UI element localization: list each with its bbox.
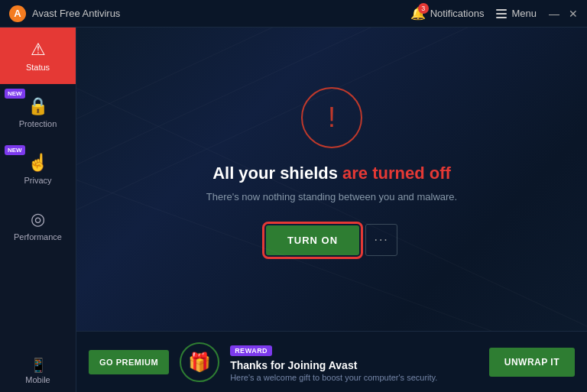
status-icon: ⚠ (31, 40, 46, 60)
sidebar-item-label: Performance (14, 232, 62, 241)
sidebar: ⚠ Status NEW 🔒 Protection NEW ☝ Privacy … (0, 28, 76, 392)
reward-badge: REWARD (230, 345, 272, 356)
titlebar-left: A Avast Free Antivirus (9, 5, 120, 22)
sidebar-item-label: Privacy (24, 176, 51, 185)
hamburger-icon (496, 9, 507, 18)
menu-label: Menu (511, 8, 537, 19)
headline: All your shields are turned off (212, 164, 451, 183)
logo-letter: A (14, 8, 21, 19)
notifications-button[interactable]: 🔔 3 Notifications (410, 6, 485, 21)
warning-circle: ! (301, 87, 362, 148)
reward-content: REWARD Thanks for Joining Avast Here's a… (230, 342, 478, 382)
new-badge-protection: NEW (5, 89, 25, 99)
subtitle-text: There's now nothing standing between you… (206, 191, 457, 202)
avast-logo: A (9, 5, 26, 22)
titlebar: A Avast Free Antivirus 🔔 3 Notifications… (0, 0, 587, 28)
sidebar-item-label: Protection (19, 119, 57, 128)
mobile-label: Mobile (25, 375, 50, 384)
sidebar-bottom: 📱 Mobile (0, 349, 76, 392)
warning-icon: ! (328, 104, 336, 131)
headline-normal: All your shields (212, 164, 342, 183)
titlebar-right: 🔔 3 Notifications Menu — ✕ (410, 6, 578, 21)
gift-circle: 🎁 (180, 342, 219, 382)
performance-icon: ◎ (31, 209, 45, 229)
reward-title: Thanks for Joining Avast (230, 359, 478, 371)
close-button[interactable]: ✕ (569, 8, 578, 20)
sidebar-item-mobile[interactable]: 📱 Mobile (0, 349, 76, 392)
menu-button[interactable]: Menu (496, 8, 537, 19)
reward-bar: GO PREMIUM 🎁 REWARD Thanks for Joining A… (76, 331, 587, 392)
action-row: TURN ON ··· (266, 224, 397, 256)
more-options-button[interactable]: ··· (365, 224, 397, 256)
center-area: ! All your shields are turned off There'… (76, 28, 587, 331)
headline-danger: are turned off (342, 164, 451, 183)
sidebar-item-protection[interactable]: NEW 🔒 Protection (0, 84, 76, 141)
unwrap-button[interactable]: UNWRAP IT (489, 348, 575, 377)
go-premium-button[interactable]: GO PREMIUM (89, 350, 169, 374)
reward-subtitle: Here's a welcome gift to boost your comp… (230, 373, 478, 382)
main-content: ! All your shields are turned off There'… (76, 28, 587, 392)
sidebar-item-privacy[interactable]: NEW ☝ Privacy (0, 141, 76, 197)
app-body: ⚠ Status NEW 🔒 Protection NEW ☝ Privacy … (0, 28, 587, 392)
bell-icon: 🔔 3 (410, 6, 426, 21)
sidebar-item-status[interactable]: ⚠ Status (0, 28, 76, 84)
sidebar-item-performance[interactable]: ◎ Performance (0, 197, 76, 254)
gift-icon: 🎁 (188, 352, 211, 373)
new-badge-privacy: NEW (5, 145, 25, 155)
turn-on-button[interactable]: TURN ON (266, 225, 359, 255)
protection-icon: 🔒 (28, 96, 48, 116)
privacy-icon: ☝ (28, 153, 48, 173)
window-controls: — ✕ (549, 8, 578, 20)
notifications-label: Notifications (430, 8, 485, 19)
notification-badge: 3 (418, 3, 429, 14)
sidebar-item-label: Status (26, 63, 50, 72)
mobile-icon: 📱 (30, 357, 47, 374)
minimize-button[interactable]: — (549, 8, 559, 20)
app-title: Avast Free Antivirus (32, 8, 120, 19)
